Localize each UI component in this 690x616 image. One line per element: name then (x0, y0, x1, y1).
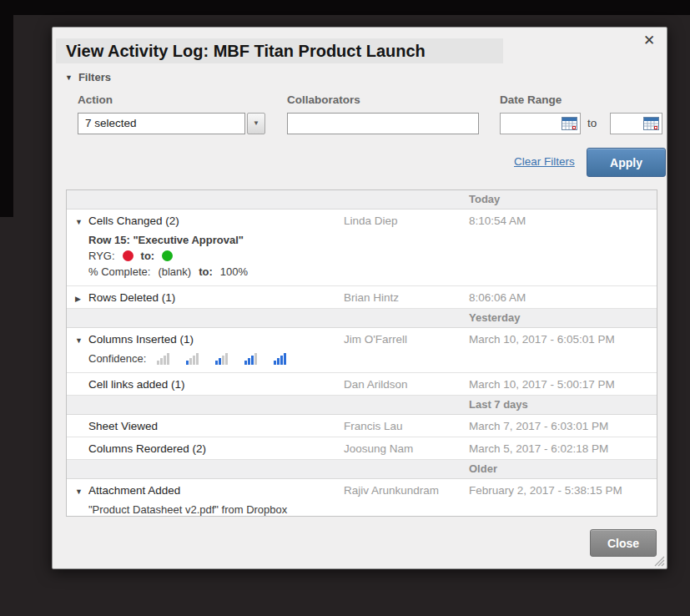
detail-line: RYG:to: (88, 249, 657, 263)
log-group-row: Older (67, 460, 657, 479)
action-cell: Sheet Viewed (67, 420, 344, 432)
action-dropdown-button[interactable]: ▼ (247, 113, 265, 134)
action-cell: ▼Columns Inserted (1) (67, 333, 344, 346)
log-group-row: Today (67, 190, 657, 210)
user-cell: Francis Lau (344, 420, 469, 432)
resize-grip-icon[interactable] (654, 556, 665, 567)
signal-bars-icon (215, 353, 228, 365)
detail-line: Row 15: "Executive Approval" (88, 233, 657, 247)
action-label: Sheet Viewed (88, 420, 158, 432)
detail-line: "Product Datasheet v2.pdf" from Dropbox (88, 502, 657, 517)
change-to-label: to: (199, 265, 213, 278)
close-icon[interactable]: ✕ (641, 33, 657, 49)
action-cell: Columns Reordered (2) (67, 442, 344, 455)
dropdown-arrow-icon: ▼ (253, 119, 259, 127)
signal-bars-icon (274, 353, 286, 365)
collaborators-filter-label: Collaborators (287, 93, 360, 106)
action-filter-value[interactable]: 7 selected (78, 113, 245, 134)
time-cell: March 7, 2017 - 6:03:01 PM (469, 420, 657, 432)
collapse-arrow-icon: ▼ (65, 73, 73, 82)
collapse-arrow-icon[interactable]: ▼ (75, 336, 88, 345)
calendar-icon[interactable] (643, 117, 659, 130)
action-label: Cell links added (1) (88, 378, 185, 391)
ryg-green-dot-icon (162, 250, 173, 261)
action-cell: Cell links added (1) (67, 378, 344, 391)
background-left-strip (0, 0, 13, 217)
log-row-main: ▶Rows Deleted (1)Brian Hintz8:06:06 AM (67, 286, 657, 308)
user-cell: Brian Hintz (344, 291, 469, 304)
action-label: Cells Changed (2) (88, 215, 179, 227)
row-details: Confidence: (67, 351, 657, 372)
action-filter-select[interactable]: 7 selected ▼ (78, 113, 265, 134)
date-from-input[interactable] (500, 113, 581, 134)
collapse-arrow-icon[interactable]: ▼ (75, 487, 88, 496)
log-row[interactable]: ▼Cells Changed (2)Linda Diep8:10:54 AMRo… (67, 210, 657, 286)
action-cell: ▶Rows Deleted (1) (67, 291, 344, 304)
action-filter-label: Action (78, 93, 113, 106)
time-cell: 8:10:54 AM (469, 215, 657, 227)
action-label: Columns Reordered (2) (88, 442, 206, 455)
change-to-label: to: (141, 250, 155, 262)
user-cell: Rajiv Arunkundram (344, 484, 469, 497)
user-cell: Dan Arildson (344, 378, 469, 391)
log-row-main: Columns Reordered (2)Joosung NamMarch 5,… (67, 437, 657, 459)
log-group-row: Yesterday (67, 309, 657, 328)
log-row[interactable]: ▼Attachment AddedRajiv ArunkundramFebrua… (67, 479, 657, 517)
log-row: Cell links added (1)Dan ArildsonMarch 10… (67, 373, 657, 396)
apply-button[interactable]: Apply (587, 148, 666, 177)
action-label: Columns Inserted (1) (88, 333, 194, 346)
activity-log-table: Today▼Cells Changed (2)Linda Diep8:10:54… (66, 189, 657, 517)
detail-line: Confidence: (88, 351, 657, 366)
user-cell: Jim O'Farrell (344, 333, 469, 346)
action-label: Rows Deleted (1) (88, 291, 175, 304)
signal-bars-icon (186, 353, 199, 365)
row-details: "Product Datasheet v2.pdf" from Dropbox (67, 502, 657, 517)
log-row: Columns Reordered (2)Joosung NamMarch 5,… (67, 437, 657, 460)
group-label: Today (469, 190, 500, 209)
change-field-label: % Complete: (88, 265, 150, 278)
ryg-red-dot-icon (123, 250, 133, 261)
log-row[interactable]: ▼Columns Inserted (1)Jim O'FarrellMarch … (67, 328, 657, 373)
signal-bars-icon (244, 353, 257, 365)
background-top-strip (0, 0, 690, 15)
group-label: Yesterday (469, 309, 520, 327)
close-button[interactable]: Close (590, 529, 657, 557)
log-row-main: ▼Cells Changed (2)Linda Diep8:10:54 AM (67, 210, 657, 231)
detail-line: % Complete:(blank)to:100% (88, 265, 657, 279)
log-row: Sheet ViewedFrancis LauMarch 7, 2017 - 6… (67, 415, 657, 437)
date-to-input[interactable] (610, 113, 662, 134)
filters-toggle[interactable]: ▼Filters (65, 71, 111, 83)
activity-log-dialog: ✕ View Activity Log: MBF Titan Product L… (52, 27, 667, 569)
filters-label: Filters (78, 71, 111, 83)
calendar-icon[interactable] (562, 117, 577, 130)
clear-filters-link[interactable]: Clear Filters (514, 155, 575, 168)
time-cell: February 2, 2017 - 5:38:15 PM (469, 484, 657, 497)
action-label: Attachment Added (88, 484, 180, 497)
log-row[interactable]: ▶Rows Deleted (1)Brian Hintz8:06:06 AM (67, 286, 657, 309)
detail-text: Row 15: "Executive Approval" (88, 234, 244, 246)
user-cell: Joosung Nam (344, 442, 469, 455)
signal-bars-icon (157, 353, 169, 365)
log-row-main: Sheet ViewedFrancis LauMarch 7, 2017 - 6… (67, 415, 657, 437)
group-label: Last 7 days (469, 396, 528, 414)
log-row-main: ▼Attachment AddedRajiv ArunkundramFebrua… (67, 479, 657, 501)
collapse-arrow-icon[interactable]: ▼ (75, 218, 88, 226)
date-range-filter-label: Date Range (500, 93, 562, 106)
change-field-label: RYG: (88, 250, 115, 262)
time-cell: March 10, 2017 - 5:00:17 PM (469, 378, 657, 391)
detail-text: "Product Datasheet v2.pdf" from Dropbox (88, 503, 287, 516)
user-cell: Linda Diep (344, 215, 469, 227)
time-cell: March 5, 2017 - 6:02:18 PM (469, 442, 657, 455)
log-group-row: Last 7 days (67, 396, 657, 415)
collaborators-input[interactable] (287, 113, 479, 134)
log-row-main: Cell links added (1)Dan ArildsonMarch 10… (67, 373, 657, 395)
row-details: Row 15: "Executive Approval"RYG:to:% Com… (67, 233, 657, 285)
dialog-title: View Activity Log: MBF Titan Product Lau… (66, 38, 426, 63)
confidence-label: Confidence: (88, 352, 146, 365)
change-to-value: 100% (220, 265, 248, 278)
expand-arrow-icon[interactable]: ▶ (75, 295, 88, 303)
date-to-label: to (587, 117, 597, 129)
change-from-value: (blank) (158, 265, 191, 278)
log-row-main: ▼Columns Inserted (1)Jim O'FarrellMarch … (67, 328, 657, 350)
group-label: Older (469, 460, 497, 478)
